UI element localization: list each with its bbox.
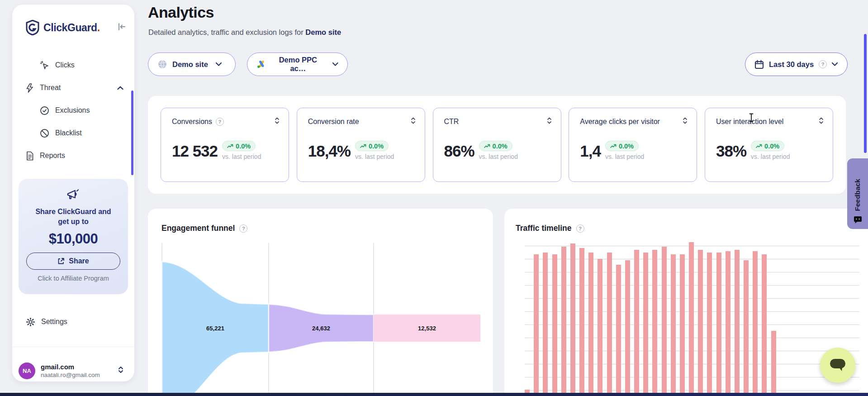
traffic-timeline-chart [525,242,859,393]
logo: ClickGuard. [26,20,126,35]
metric-switcher-icon[interactable] [683,117,688,126]
funnel-value-3: 12,532 [418,325,436,332]
site-selector[interactable]: Demo site [148,52,236,76]
traffic-bar [552,254,557,393]
help-icon[interactable]: ? [819,60,827,68]
page-title: Analytics [148,4,214,21]
sidebar-item-clicks[interactable]: Clicks [12,57,134,74]
stat-value: 18,4% [308,141,351,162]
traffic-bar [625,260,630,393]
trend-up-icon [227,144,233,148]
traffic-bar [662,247,667,393]
vs-last-period: vs. last period [479,153,518,160]
promo-amount: $10,000 [19,231,128,247]
help-icon[interactable]: ? [576,224,584,233]
engagement-funnel-card: Engagement funnel ? 65,221 24,632 12,532 [148,209,493,396]
vs-last-period: vs. last period [751,153,790,160]
traffic-bar [652,250,657,393]
traffic-bar [561,247,566,393]
page-scrollbar[interactable] [864,34,867,153]
change-badge: 0.0% [605,141,639,151]
text-cursor [749,113,754,122]
help-icon[interactable]: ? [239,224,247,233]
stat-label: Conversions [172,118,212,126]
traffic-timeline-card: Traffic timeline ? [504,209,868,396]
chevron-up-icon[interactable] [117,84,123,92]
traffic-bar [643,253,648,393]
avatar: NA [19,363,35,379]
sidebar-item-label: Reports [40,152,65,160]
date-range-label: Last 30 days [769,60,814,69]
chevron-down-icon [216,62,222,66]
affiliate-link[interactable]: Click to Affiliate Program [19,275,128,282]
sidebar: ClickGuard. Clicks Threat Exclusions [12,5,134,382]
traffic-bars [525,242,776,393]
prohibit-icon [40,129,49,138]
trend-up-icon [756,144,762,148]
chat-launcher-button[interactable] [820,348,855,383]
traffic-bar [570,243,575,393]
google-ads-icon [256,60,266,69]
change-badge: 0.0% [479,141,512,151]
chevron-down-icon [332,62,338,66]
traffic-bar [588,253,593,393]
traffic-bar [543,253,548,393]
ppc-account-selector[interactable]: Demo PPC ac… [247,52,348,76]
sidebar-item-label: Blacklist [55,129,82,137]
sidebar-item-settings[interactable]: Settings [12,313,134,330]
ppc-account-label: Demo PPC ac… [271,56,325,73]
feedback-tab[interactable]: Feedback [847,158,868,229]
traffic-bar [534,254,539,393]
traffic-bar [716,253,721,393]
sidebar-collapse-icon[interactable] [117,23,126,33]
sidebar-item-label: Threat [40,84,61,92]
stat-card-ctr: CTR 86% 0.0% vs. last period [433,108,561,182]
clickguard-shield-icon [26,20,39,35]
help-icon[interactable]: ? [216,118,224,126]
metric-switcher-icon[interactable] [547,117,552,126]
sidebar-scroll-indicator[interactable] [131,91,133,175]
funnel-title: Engagement funnel [161,224,235,233]
brand-name: ClickGuard. [43,22,100,34]
site-selector-label: Demo site [172,60,208,69]
sidebar-item-threat[interactable]: Threat [12,79,134,96]
trend-up-icon [610,144,617,148]
trend-up-icon [360,144,366,148]
user-email: naatali.ro@gmail.com [41,372,100,378]
account-switcher-icon[interactable] [118,366,123,375]
badge-check-icon [40,106,49,115]
bottom-window-edge [0,393,868,396]
metric-switcher-icon[interactable] [275,117,280,126]
traffic-bar [744,260,749,393]
page-subtitle: Detailed analytics, traffic and exclusio… [148,28,341,37]
traffic-bar [726,251,730,393]
change-badge: 0.0% [222,141,256,151]
traffic-bar [753,251,758,393]
lightning-icon [26,83,34,93]
share-button[interactable]: Share [26,253,120,270]
metric-switcher-icon[interactable] [411,117,416,126]
cursor-click-icon [40,61,49,70]
date-range-selector[interactable]: Last 30 days ? [745,52,848,76]
affiliate-promo-card[interactable]: Share ClickGuard and get up to $10,000 S… [19,179,128,294]
traffic-bar [680,254,685,393]
sidebar-item-exclusions[interactable]: Exclusions [12,102,134,119]
feedback-label: Feedback [854,179,862,211]
sidebar-item-blacklist[interactable]: Blacklist [12,124,134,142]
globe-icon [157,59,167,69]
stat-value: 1,4 [580,141,601,162]
metric-switcher-icon[interactable] [819,117,824,126]
traffic-bar [634,250,639,393]
traffic-bar [762,254,767,393]
stat-label: CTR [444,118,459,126]
user-account[interactable]: NA gmail.com naatali.ro@gmail.com [19,358,128,382]
stat-label: Average clicks per visitor [580,118,660,126]
stat-card-conversion-rate: Conversion rate 18,4% 0.0% vs. last peri… [297,108,425,182]
vs-last-period: vs. last period [222,153,261,160]
engagement-funnel-chart: 65,221 24,632 12,532 [161,243,480,396]
calendar-icon [754,60,764,69]
sidebar-item-reports[interactable]: Reports [12,147,134,164]
funnel-value-2: 24,632 [312,325,330,332]
vs-last-period: vs. last period [355,153,394,160]
traffic-bar [698,250,703,393]
